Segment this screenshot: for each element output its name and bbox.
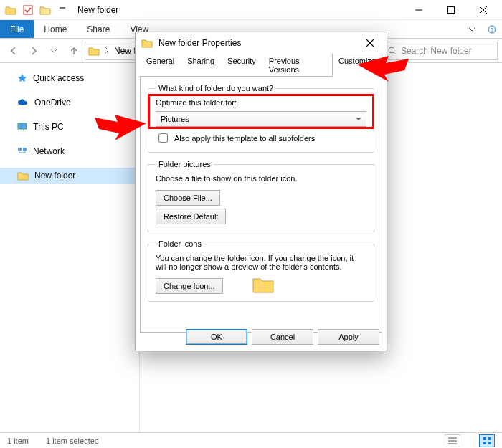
ribbon-tab-file[interactable]: File <box>0 20 34 38</box>
apply-subfolders-label: Also apply this template to all subfolde… <box>174 134 315 143</box>
restore-default-button[interactable]: Restore Default <box>156 209 226 224</box>
apply-subfolders-checkbox[interactable] <box>158 133 168 143</box>
minimize-button[interactable] <box>402 0 435 20</box>
dialog-tabs: General Sharing Security Previous Versio… <box>136 54 387 77</box>
group-optimize-legend: What kind of folder do you want? <box>156 84 276 92</box>
dialog-title: New folder Properties <box>158 38 241 48</box>
group-pictures-legend: Folder pictures <box>156 160 214 168</box>
svg-rect-5 <box>18 123 27 129</box>
svg-rect-1 <box>447 6 454 13</box>
search-placeholder: Search New folder <box>401 46 472 56</box>
callout-arrow-left <box>95 113 146 142</box>
folder-icon <box>88 46 100 56</box>
nav-up-button[interactable] <box>65 42 83 60</box>
close-button[interactable] <box>467 0 499 20</box>
ribbon-tab-home[interactable]: Home <box>34 20 77 38</box>
network-icon <box>17 147 27 156</box>
cancel-button[interactable]: Cancel <box>252 329 313 345</box>
window-title: New folder <box>77 5 118 15</box>
qat-customize-icon[interactable] <box>55 2 70 18</box>
window-titlebar: New folder <box>0 0 502 20</box>
change-icon-button[interactable]: Change Icon... <box>156 278 223 294</box>
tab-sharing[interactable]: Sharing <box>181 54 221 77</box>
nav-label: OneDrive <box>34 97 71 108</box>
pictures-desc: Choose a file to show on this folder ico… <box>156 174 366 183</box>
apply-button[interactable]: Apply <box>318 329 379 345</box>
optimize-value: Pictures <box>161 115 189 123</box>
choose-file-button[interactable]: Choose File... <box>156 190 220 206</box>
optimize-dropdown[interactable]: Pictures <box>156 111 366 127</box>
svg-rect-8 <box>23 148 27 151</box>
svg-marker-13 <box>95 115 146 140</box>
svg-marker-14 <box>357 56 409 82</box>
optimize-label: Optimize this folder for: <box>156 98 366 107</box>
callout-arrow-right <box>357 54 409 83</box>
nav-network[interactable]: Network <box>0 143 139 159</box>
dialog-titlebar: New folder Properties <box>136 32 387 54</box>
maximize-button[interactable] <box>435 0 467 20</box>
icons-desc: You can change the folder icon. If you c… <box>156 254 366 271</box>
svg-rect-6 <box>21 130 24 130</box>
view-icons-button[interactable] <box>479 434 495 447</box>
chevron-right-icon <box>104 46 110 56</box>
folder-large-icon <box>252 275 275 294</box>
cloud-icon <box>17 98 29 107</box>
svg-point-4 <box>389 47 394 53</box>
nav-quick-access[interactable]: Quick access <box>0 70 139 86</box>
nav-recent-button[interactable] <box>44 42 63 60</box>
nav-label: Quick access <box>33 73 84 83</box>
nav-new-folder[interactable]: New folder <box>0 168 139 184</box>
tab-security[interactable]: Security <box>221 54 262 77</box>
group-folder-icons: Folder icons You can change the folder i… <box>148 239 374 302</box>
view-details-button[interactable] <box>445 434 460 447</box>
svg-rect-11 <box>483 442 486 444</box>
nav-label: This PC <box>33 122 64 132</box>
ribbon-help-icon[interactable]: ? <box>482 20 502 38</box>
nav-onedrive[interactable]: OneDrive <box>0 95 139 110</box>
dialog-close-button[interactable] <box>359 32 381 54</box>
qat-newfolder-icon[interactable] <box>37 2 53 18</box>
folder-icon <box>141 38 153 48</box>
svg-rect-0 <box>24 6 32 14</box>
folder-app-icon <box>3 2 19 18</box>
monitor-icon <box>17 123 27 131</box>
svg-rect-10 <box>488 437 491 440</box>
svg-text:?: ? <box>491 27 494 33</box>
nav-forward-button[interactable] <box>24 42 43 60</box>
status-selected: 1 item selected <box>46 437 99 445</box>
group-icons-legend: Folder icons <box>156 239 204 248</box>
group-folder-pictures: Folder pictures Choose a file to show on… <box>148 160 374 232</box>
tab-previous-versions[interactable]: Previous Versions <box>262 54 332 77</box>
status-item-count: 1 item <box>7 437 29 445</box>
nav-label: Network <box>33 146 65 156</box>
qat-properties-icon[interactable] <box>20 2 36 18</box>
svg-rect-12 <box>488 442 491 444</box>
status-bar: 1 item 1 item selected <box>0 432 502 448</box>
nav-label: New folder <box>34 171 75 181</box>
group-optimize: What kind of folder do you want? Optimiz… <box>148 84 374 153</box>
dialog-body: What kind of folder do you want? Optimiz… <box>140 76 382 333</box>
folder-icon <box>17 171 29 181</box>
svg-rect-9 <box>483 437 486 440</box>
search-icon <box>388 47 397 55</box>
ok-button[interactable]: OK <box>186 329 247 345</box>
properties-dialog: New folder Properties General Sharing Se… <box>135 32 387 351</box>
tab-general[interactable]: General <box>140 54 181 77</box>
svg-rect-7 <box>18 148 22 151</box>
star-icon <box>17 73 27 83</box>
dialog-button-row: OK Cancel Apply <box>136 329 387 345</box>
ribbon-expand-icon[interactable] <box>462 20 482 38</box>
nav-back-button[interactable] <box>4 42 23 60</box>
ribbon-tab-share[interactable]: Share <box>77 20 120 38</box>
